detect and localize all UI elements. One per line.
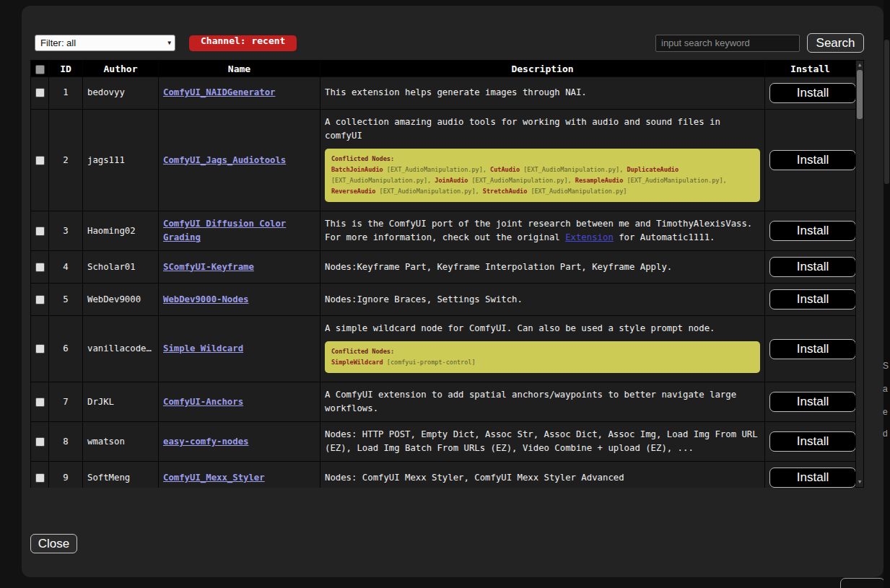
- channel-badge: Channel: recent: [189, 35, 297, 51]
- row-checkbox[interactable]: [35, 473, 45, 483]
- install-button[interactable]: Install: [769, 257, 856, 277]
- conflicted-node-source: [EXT_AudioManipulation.py]: [527, 188, 627, 195]
- row-id: 9: [49, 462, 83, 488]
- page-text-fragment: d: [883, 429, 890, 440]
- row-checkbox[interactable]: [35, 88, 45, 97]
- row-name-cell: ComfyUI_Jags_Audiotools: [159, 110, 320, 211]
- row-checkbox-cell: [31, 110, 49, 211]
- row-checkbox[interactable]: [35, 437, 45, 447]
- row-name-link[interactable]: ComfyUI_Jags_Audiotools: [163, 155, 286, 165]
- install-button[interactable]: Install: [769, 468, 856, 488]
- select-all-checkbox[interactable]: [35, 65, 45, 74]
- header-install: Install: [765, 61, 856, 77]
- conflicted-node-source: [EXT_AudioManipulation.py]: [375, 188, 475, 195]
- conflict-separator: ,: [723, 177, 727, 184]
- page-scrollbar-thumb[interactable]: [884, 40, 889, 184]
- conflicted-node-source: [EXT_AudioManipulation.py]: [383, 166, 483, 173]
- row-name-link[interactable]: ComfyUI Diffusion Color Grading: [163, 219, 286, 242]
- toolbar: Filter: all ▼ Channel: recent Search: [30, 33, 864, 53]
- row-name-link[interactable]: ComfyUI_NAIDGenerator: [163, 87, 275, 97]
- row-name-link[interactable]: ComfyUI_Mexx_Styler: [163, 473, 265, 483]
- conflicted-node-source: [EXT_AudioManipulation.py]: [331, 177, 427, 184]
- row-install-cell: Install: [765, 316, 856, 382]
- install-button[interactable]: Install: [769, 392, 856, 412]
- conflicted-node-source: [EXT_AudioManipulation.py]: [520, 166, 619, 173]
- page-text-fragment: a: [883, 384, 890, 395]
- table-row: 1bedovyyComfyUI_NAIDGeneratorThis extens…: [31, 77, 856, 110]
- row-name-link[interactable]: SComfyUI-Keyframe: [163, 262, 254, 272]
- row-checkbox-cell: [31, 462, 49, 488]
- row-checkbox[interactable]: [35, 295, 45, 304]
- scroll-down-icon[interactable]: ▼: [856, 478, 863, 486]
- row-name-cell: ComfyUI Diffusion Color Grading: [159, 211, 320, 251]
- page-text-fragment: S: [883, 361, 890, 372]
- row-author: Haoming02: [83, 211, 159, 251]
- row-install-cell: Install: [765, 462, 856, 488]
- conflicted-nodes-box: Conflicted Nodes:SimpleWildcard [comfyui…: [325, 341, 760, 373]
- row-checkbox[interactable]: [35, 263, 45, 272]
- row-checkbox[interactable]: [35, 156, 45, 165]
- row-author: DrJKL: [83, 382, 159, 422]
- conflicted-nodes-title: Conflicted Nodes:: [331, 154, 754, 164]
- row-name-link[interactable]: easy-comfy-nodes: [163, 436, 248, 447]
- row-author: SoftMeng: [83, 462, 159, 488]
- description-text: This extension helps generate images thr…: [325, 87, 587, 97]
- install-button[interactable]: Install: [769, 289, 856, 310]
- row-name-link[interactable]: ComfyUI-Anchors: [163, 397, 243, 407]
- row-author: bedovyy: [83, 77, 159, 110]
- row-name-link[interactable]: Simple Wildcard: [163, 343, 243, 354]
- description-text: Nodes:Ignore Braces, Settings Switch.: [325, 294, 523, 304]
- install-button[interactable]: Install: [769, 431, 856, 452]
- row-name-link[interactable]: WebDev9000-Nodes: [163, 294, 248, 304]
- row-checkbox[interactable]: [35, 344, 45, 354]
- table-header-row: ID Author Name Description Install: [31, 61, 856, 77]
- install-button[interactable]: Install: [769, 150, 856, 170]
- conflicted-nodes-title: Conflicted Nodes:: [331, 346, 754, 357]
- row-name-cell: WebDev9000-Nodes: [159, 284, 320, 316]
- table-scrollbar-thumb[interactable]: [857, 70, 863, 119]
- conflicted-node-name: StretchAudio: [483, 188, 527, 195]
- install-button[interactable]: Install: [769, 221, 856, 241]
- row-author: WebDev9000: [83, 284, 159, 316]
- conflict-separator: ,: [476, 188, 483, 195]
- description-text: A ComfyUI extension to add spatial ancho…: [325, 390, 736, 413]
- install-button[interactable]: Install: [769, 339, 856, 359]
- row-checkbox[interactable]: [35, 227, 45, 236]
- conflicted-node-name: SimpleWildcard: [331, 359, 383, 366]
- search-input[interactable]: [655, 35, 800, 52]
- conflicted-node-name: CutAudio: [490, 166, 520, 173]
- conflicted-nodes-list: BatchJoinAudio [EXT_AudioManipulation.py…: [331, 164, 754, 197]
- description-link[interactable]: Extension: [565, 232, 614, 242]
- table-scrollbar: ▲ ▼: [855, 60, 864, 488]
- table-row: 6vanillacode…Simple WildcardA simple wil…: [31, 316, 856, 382]
- filter-select[interactable]: Filter: all: [35, 35, 175, 51]
- chevron-down-icon: ▼: [167, 40, 171, 46]
- conflicted-nodes-box: Conflicted Nodes:BatchJoinAudio [EXT_Aud…: [325, 149, 760, 202]
- row-install-cell: Install: [765, 211, 856, 251]
- row-id: 6: [49, 316, 83, 382]
- row-checkbox-cell: [31, 382, 49, 422]
- close-button[interactable]: Close: [30, 534, 77, 553]
- row-name-cell: ComfyUI-Anchors: [159, 382, 320, 422]
- header-name: Name: [159, 61, 320, 77]
- conflicted-node-name: DuplicateAudio: [627, 166, 679, 173]
- search-button[interactable]: Search: [807, 33, 864, 53]
- row-install-cell: Install: [765, 422, 856, 462]
- conflicted-node-name: JoinAudio: [435, 177, 468, 184]
- description-text: A collection amazing audio tools for wor…: [325, 117, 720, 141]
- row-name-cell: SComfyUI-Keyframe: [159, 251, 320, 284]
- install-custom-nodes-dialog: Filter: all ▼ Channel: recent Search ID …: [22, 6, 884, 577]
- row-install-cell: Install: [765, 251, 856, 284]
- scroll-up-icon[interactable]: ▲: [856, 61, 863, 69]
- row-description: Nodes: HTTP POST, Empty Dict, Assoc Str,…: [320, 422, 765, 462]
- description-text: Nodes: HTTP POST, Empty Dict, Assoc Str,…: [325, 429, 758, 453]
- partial-button[interactable]: [840, 578, 885, 588]
- conflicted-node-source: [EXT_AudioManipulation.py]: [623, 177, 723, 184]
- row-checkbox[interactable]: [35, 398, 45, 407]
- row-checkbox-cell: [31, 284, 49, 316]
- row-install-cell: Install: [765, 382, 856, 422]
- table-row: 8wmatsoneasy-comfy-nodesNodes: HTTP POST…: [31, 422, 856, 462]
- install-button[interactable]: Install: [769, 83, 856, 103]
- table-row: 7DrJKLComfyUI-AnchorsA ComfyUI extension…: [31, 382, 856, 422]
- row-checkbox-cell: [31, 316, 49, 382]
